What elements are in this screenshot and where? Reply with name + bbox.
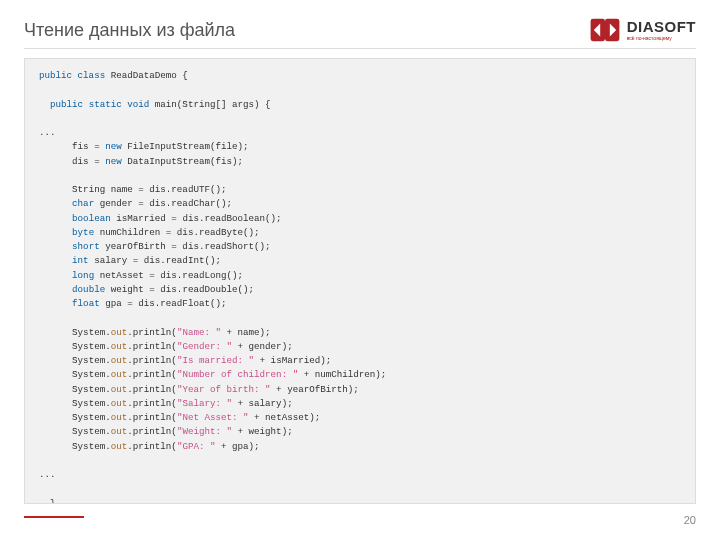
code-token: ... — [39, 127, 56, 138]
code-token: netAsset = dis.readLong(); — [94, 270, 243, 281]
code-token: "GPA: " — [177, 441, 216, 452]
code-token: ReadDataDemo { — [105, 70, 188, 81]
code-token: dis = — [72, 156, 105, 167]
code-token: out — [111, 355, 128, 366]
code-token: out — [111, 327, 128, 338]
code-token: "Weight: " — [177, 426, 232, 437]
code-block: public class ReadDataDemo { public stati… — [24, 58, 696, 504]
code-token: byte — [72, 227, 94, 238]
footer-accent — [24, 516, 84, 518]
code-token: } — [50, 498, 56, 505]
code-token: double — [72, 284, 105, 295]
code-token: System. — [72, 412, 111, 423]
code-token: "Net Asset: " — [177, 412, 249, 423]
code-token: "Gender: " — [177, 341, 232, 352]
code-token: + gender); — [232, 341, 293, 352]
code-token: out — [111, 398, 128, 409]
code-token: float — [72, 298, 100, 309]
code-token: weight = dis.readDouble(); — [105, 284, 254, 295]
code-token: ... — [39, 469, 56, 480]
code-token: System. — [72, 441, 111, 452]
code-token: System. — [72, 341, 111, 352]
code-token: .println( — [127, 327, 177, 338]
code-token: .println( — [127, 426, 177, 437]
code-token: out — [111, 341, 128, 352]
code-token: .println( — [127, 369, 177, 380]
code-token: short — [72, 241, 100, 252]
code-token: long — [72, 270, 94, 281]
code-token: .println( — [127, 384, 177, 395]
code-token: "Year of birth: " — [177, 384, 271, 395]
code-token: new — [105, 141, 122, 152]
code-token: fis = — [72, 141, 105, 152]
diasoft-logo-icon — [589, 14, 621, 46]
code-token: out — [111, 412, 128, 423]
code-token: + numChildren); — [298, 369, 386, 380]
logo-name: DIASOFT — [627, 19, 696, 34]
code-token: char — [72, 198, 94, 209]
code-token: System. — [72, 355, 111, 366]
code-token: .println( — [127, 412, 177, 423]
code-token: FileInputStream(file); — [122, 141, 249, 152]
code-token: "Name: " — [177, 327, 221, 338]
brand-logo: DIASOFT всё по-настоящему — [589, 14, 696, 46]
code-token: main(String[] args) { — [149, 99, 270, 110]
page-number: 20 — [684, 514, 696, 526]
code-token: + name); — [221, 327, 271, 338]
code-token: + yearOfBirth); — [271, 384, 359, 395]
code-token: salary = dis.readInt(); — [89, 255, 221, 266]
header-divider — [24, 48, 696, 49]
code-token: out — [111, 441, 128, 452]
code-token: public class — [39, 70, 105, 81]
code-token: + gpa); — [215, 441, 259, 452]
code-token: System. — [72, 369, 111, 380]
code-token: isMarried = dis.readBoolean(); — [111, 213, 282, 224]
code-token: out — [111, 384, 128, 395]
code-token: out — [111, 369, 128, 380]
code-token: numChildren = dis.readByte(); — [94, 227, 259, 238]
code-token: System. — [72, 398, 111, 409]
code-token: .println( — [127, 341, 177, 352]
code-token: gender = dis.readChar(); — [94, 198, 232, 209]
code-token: String name = dis.readUTF(); — [72, 184, 226, 195]
code-token: "Number of children: " — [177, 369, 298, 380]
code-token: System. — [72, 384, 111, 395]
code-token: public static void — [50, 99, 149, 110]
code-token: boolean — [72, 213, 111, 224]
code-token: + weight); — [232, 426, 293, 437]
code-token: out — [111, 426, 128, 437]
code-token: System. — [72, 426, 111, 437]
code-token: System. — [72, 327, 111, 338]
code-token: int — [72, 255, 89, 266]
code-token: "Salary: " — [177, 398, 232, 409]
code-token: .println( — [127, 355, 177, 366]
slide-title: Чтение данных из файла — [24, 20, 235, 41]
code-token: + netAsset); — [249, 412, 321, 423]
code-token: .println( — [127, 441, 177, 452]
code-token: yearOfBirth = dis.readShort(); — [100, 241, 271, 252]
logo-tagline: всё по-настоящему — [627, 36, 696, 41]
code-token: .println( — [127, 398, 177, 409]
code-token: + isMarried); — [254, 355, 331, 366]
code-token: DataInputStream(fis); — [122, 156, 243, 167]
code-token: "Is married: " — [177, 355, 254, 366]
code-token: + salary); — [232, 398, 293, 409]
code-token: new — [105, 156, 122, 167]
code-token: gpa = dis.readFloat(); — [100, 298, 227, 309]
